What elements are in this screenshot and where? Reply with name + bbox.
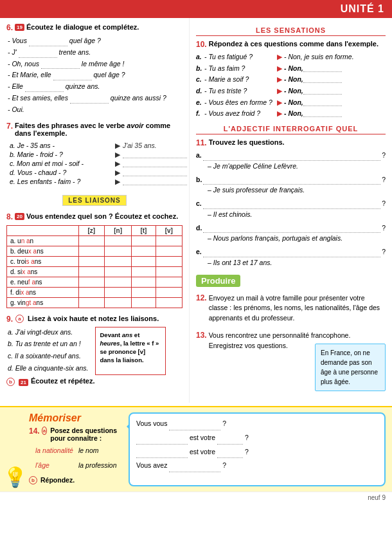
bubble-line-2: est votre ?: [136, 432, 378, 445]
main-content: 6. 19 Écoutez le dialogue et complétez. …: [0, 18, 392, 403]
table-row: e. neuf ans: [7, 277, 183, 287]
table-row: d. six ans: [7, 266, 183, 277]
list-item: c.? – Il est chinois.: [196, 199, 386, 220]
list-item: la nationalité: [35, 445, 73, 457]
ex9-part-b: b 21 Écoutez et répétez.: [6, 377, 183, 387]
page-number: neuf 9: [368, 494, 386, 501]
ex7-title: Faites des phrases avec le verbe avoir c…: [15, 122, 183, 137]
col-n: [n]: [104, 225, 131, 235]
ex10-header: 10. Répondez à ces questions comme dans …: [196, 40, 386, 50]
ex6-header: 6. 19 Écoutez le dialogue et complétez.: [6, 23, 183, 33]
unit-header: UNITÉ 1: [0, 0, 392, 18]
table-row: c. trois ans: [7, 256, 183, 266]
ex14-title: Posez des questions pour connaître :: [50, 427, 122, 442]
list-item: l'âge: [35, 459, 73, 472]
list-item: b. - Tu as faim ? ▶ - Non,: [196, 64, 386, 73]
ex13-header: 13. Vous rencontrez une personnalité fra…: [196, 331, 386, 391]
list-item: la profession: [78, 459, 117, 472]
exercise-10: 10. Répondez à ces questions comme dans …: [196, 40, 386, 118]
bubble-line-3: est votre ?: [136, 446, 378, 459]
exercise-12: 12. Envoyez un mail à votre famille pour…: [196, 293, 386, 329]
ex9-part-a-title: Lisez à voix haute et notez les liaisons…: [28, 315, 159, 322]
list-item: d. - Tu es triste ? ▶ - Non,: [196, 86, 386, 96]
ex9-note-box: Devant ans et heures, la lettre « f » se…: [95, 327, 166, 375]
list-item: d. Vous - chaud - ? ▶: [10, 169, 183, 176]
right-column: LES SENSATIONS 10. Répondez à ces questi…: [190, 18, 392, 403]
ex8-number: 8.: [6, 212, 13, 221]
ex11-header: 11. Trouvez les questions.: [196, 138, 386, 149]
list-item: le nom: [78, 445, 117, 457]
exercise-9: 9. a Lisez à voix haute et notez les lia…: [6, 315, 183, 387]
ex11-number: 11.: [196, 138, 207, 147]
list-item: d.? – Nous parlons français, portugais e…: [196, 223, 386, 244]
page: UNITÉ 1 6. 19 Écoutez le dialogue et com…: [0, 0, 392, 534]
col-word: [7, 225, 79, 235]
col-v: [v]: [156, 225, 182, 235]
ex9-part-b-title: Écoutez et répétez.: [31, 377, 95, 385]
footer: neuf 9: [0, 492, 392, 503]
ex6-number: 6.: [6, 23, 13, 32]
ex8-title: Vous entendez quel son ? Écoutez et coch…: [26, 212, 178, 220]
list-item: - Vous quel âge ?: [8, 35, 183, 46]
memoriser-section: 💡 Mémoriser 14. a Posez des questions po…: [0, 406, 392, 492]
list-item: e. - Vous êtes en forme ? ▶ - Non,: [196, 98, 386, 107]
speech-bubble: Vous vous ? est votre ? est votre ? Vous…: [129, 412, 386, 487]
ex6-title: Écoutez le dialogue et complétez.: [26, 23, 139, 31]
sensations-label: LES SENSATIONS: [196, 26, 386, 36]
ex7-table: a. Je - 35 ans - ▶ J'ai 35 ans. b. Marie…: [10, 142, 183, 185]
list-item: a. - Tu es fatigué ? ▶ - Non, je suis en…: [196, 52, 386, 62]
ex9-number: 9.: [6, 315, 13, 324]
table-row: f. dix ans: [7, 287, 183, 297]
ex9-part-b-badge: b: [6, 378, 15, 386]
exercise-7: 7. Faites des phrases avec le verbe avoi…: [6, 122, 183, 185]
list-item: c. - Marie a soif ? ▶ - Non,: [196, 75, 386, 84]
adjectif-section: L'ADJECTIF INTERROGATIF QUEL: [196, 125, 386, 134]
list-item: - Et ses amies, elles quinze ans aussi ?: [8, 93, 183, 104]
produire-section: Produire 12. Envoyez un mail à votre fam…: [196, 275, 386, 391]
list-item: c. Il a soixante-neuf ans.: [8, 351, 89, 362]
ex10-title: Répondez à ces questions comme dans l'ex…: [209, 40, 379, 48]
adjectif-label: L'ADJECTIF INTERROGATIF QUEL: [196, 125, 386, 134]
ex14-number: 14.: [29, 427, 40, 436]
ex14-part-b-badge: b: [29, 476, 37, 484]
list-item: a.? – Je m'appelle Céline Lefèvre.: [196, 151, 386, 172]
left-column: 6. 19 Écoutez le dialogue et complétez. …: [0, 18, 190, 403]
ex10-number: 10.: [196, 40, 207, 49]
ex10-content: a. - Tu es fatigué ? ▶ - Non, je suis en…: [196, 52, 386, 118]
ex14-part-b: b Répondez.: [29, 474, 122, 486]
list-item: c. Mon ami et moi - soif - ▶: [10, 160, 183, 167]
exercise-13: 13. Vous rencontrez une personnalité fra…: [196, 331, 386, 391]
list-item: d. Elle a cinquante-six ans.: [8, 363, 89, 374]
list-item: b. Tu as trente et un an !: [8, 338, 89, 350]
list-item: e. Les enfants - faim - ? ▶: [10, 178, 183, 185]
produire-label: Produire: [196, 275, 240, 287]
ex14-part-b-title: Répondez.: [40, 474, 75, 486]
list-item: - Oui.: [8, 104, 183, 115]
list-item: a. Je - 35 ans - ▶ J'ai 35 ans.: [10, 142, 183, 149]
ex6-content: - Vous quel âge ? - J' trente ans. - Oh,…: [8, 35, 183, 115]
ex9-part-a-badge: a: [15, 315, 24, 323]
ex7-number: 7.: [6, 122, 13, 131]
ex7-header: 7. Faites des phrases avec le verbe avoi…: [6, 122, 183, 140]
ex9-body: a. J'ai vingt-deux ans. b. Tu as trente …: [6, 327, 183, 375]
liaisons-section: LES LIAISONS: [6, 192, 183, 209]
list-item: - J' trente ans.: [8, 47, 183, 58]
ex9-audio: 21: [19, 379, 28, 386]
exercise-8: 8. 20 Vous entendez quel son ? Écoutez e…: [6, 212, 183, 308]
produire-header-wrap: Produire: [196, 275, 386, 290]
liaisons-label: LES LIAISONS: [62, 195, 126, 206]
col-t: [t]: [132, 225, 156, 235]
bubble-line-4: Vous avez ?: [136, 459, 378, 472]
list-item: - Et Marie, elle quel âge ?: [8, 69, 183, 80]
ex11-content: a.? – Je m'appelle Céline Lefèvre. b.? –…: [196, 151, 386, 268]
ex14-content: la nationalité l'âge le nom la professio…: [29, 445, 122, 487]
table-row: g. vingt ans: [7, 297, 183, 308]
ex13-text: Vous rencontrez une personnalité francop…: [209, 331, 386, 351]
sensations-section: LES SENSATIONS: [196, 26, 386, 36]
bubble-line-1: Vous vous ?: [136, 418, 378, 430]
list-item: - Oh, nous le même âge !: [8, 59, 183, 69]
table-row: a. un an: [7, 235, 183, 246]
lightbulb-icon: 💡: [3, 466, 27, 488]
list-item: - Elle quinze ans.: [8, 81, 183, 92]
info-box: En France, on ne demande pas son âge à u…: [315, 344, 386, 391]
